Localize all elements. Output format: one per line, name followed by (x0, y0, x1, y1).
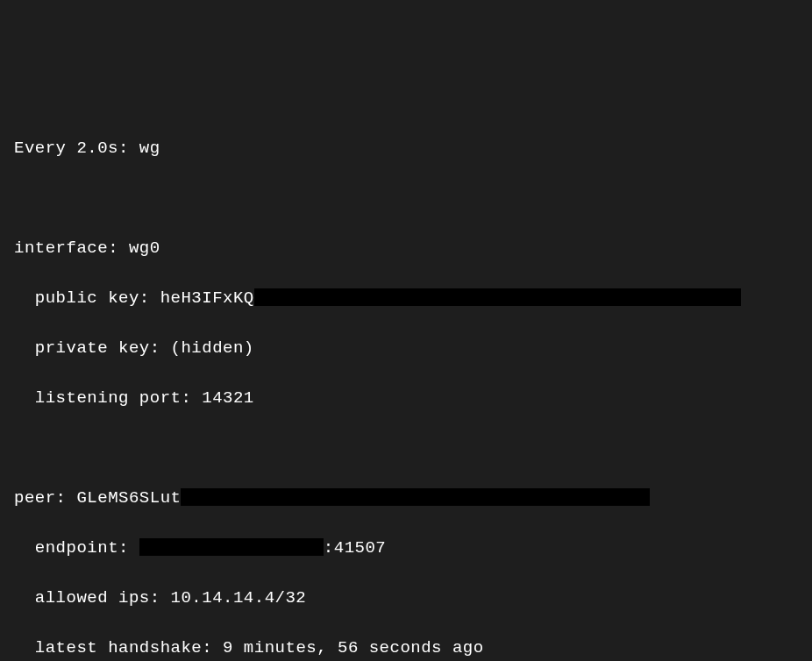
listening-port-value: 14321 (202, 388, 254, 408)
redacted-block (181, 488, 650, 507)
allowed-ips-label: allowed ips (35, 588, 150, 608)
peer-header: peer: GLeMS6SLut (14, 486, 798, 511)
endpoint-label: endpoint (35, 538, 118, 558)
listening-port-line: listening port: 14321 (14, 386, 798, 411)
interface-name: wg0 (129, 238, 160, 258)
public-key-label: public key (35, 288, 139, 308)
private-key-value: (hidden) (171, 338, 254, 358)
interface-label: interface (14, 238, 108, 258)
listening-port-label: listening port (35, 388, 182, 408)
private-key-label: private key (35, 338, 150, 358)
allowed-ips-value: 10.14.14.4/32 (171, 588, 307, 608)
redacted-block (139, 538, 324, 557)
handshake-label: latest handshake (35, 638, 202, 657)
handshake-line: latest handshake: 9 minutes, 56 seconds … (14, 636, 798, 661)
endpoint-line: endpoint: :41507 (14, 536, 798, 561)
public-key-line: public key: heH3IFxKQ (14, 286, 798, 311)
watch-header: Every 2.0s: wg (14, 136, 798, 161)
endpoint-port: :41507 (324, 538, 386, 558)
peer-label: peer (14, 488, 56, 508)
private-key-line: private key: (hidden) (14, 336, 798, 361)
redacted-block (254, 288, 741, 307)
interface-line: interface: wg0 (14, 236, 798, 261)
peer-key-prefix: GLeMS6SLut (76, 488, 181, 508)
terminal-output: Every 2.0s: wg interface: wg0 public key… (14, 110, 798, 661)
allowed-ips-line: allowed ips: 10.14.14.4/32 (14, 586, 798, 611)
public-key-prefix: heH3IFxKQ (160, 288, 254, 308)
handshake-value: 9 minutes, 56 seconds ago (223, 638, 484, 657)
